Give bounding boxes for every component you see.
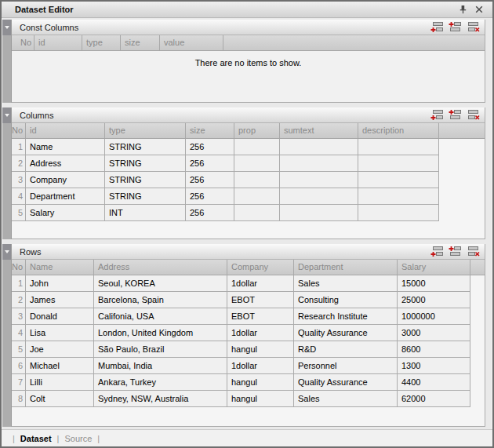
- row-number-cell[interactable]: 5: [12, 341, 26, 358]
- pin-button[interactable]: [456, 4, 469, 16]
- table-cell[interactable]: hangul: [227, 374, 294, 391]
- tab-source[interactable]: Source: [64, 434, 92, 443]
- table-cell[interactable]: EBOT: [227, 292, 294, 308]
- table-cell[interactable]: INT: [105, 205, 186, 221]
- table-cell[interactable]: [358, 172, 439, 188]
- table-cell[interactable]: Joe: [26, 341, 94, 358]
- table-cell[interactable]: Lisa: [26, 325, 94, 341]
- row-number-cell[interactable]: 6: [12, 358, 26, 374]
- table-cell[interactable]: [234, 155, 280, 172]
- table-cell[interactable]: R&D: [294, 341, 398, 358]
- table-cell[interactable]: Quality Assurance: [294, 325, 398, 341]
- table-cell[interactable]: Consulting: [294, 292, 398, 308]
- row-number-cell[interactable]: 2: [12, 292, 26, 308]
- table-cell[interactable]: [234, 139, 280, 155]
- table-cell[interactable]: Barcelona, Spain: [94, 292, 227, 308]
- table-cell[interactable]: 1dollar: [227, 358, 294, 374]
- table-cell[interactable]: James: [26, 292, 94, 308]
- table-cell[interactable]: 256: [186, 139, 234, 155]
- add-row-button[interactable]: [430, 109, 444, 121]
- delete-row-button[interactable]: [467, 21, 480, 33]
- table-cell[interactable]: [358, 155, 439, 172]
- table-cell[interactable]: 25000: [398, 292, 470, 308]
- table-cell[interactable]: Seoul, KOREA: [94, 275, 227, 292]
- collapse-const-columns-button[interactable]: [2, 20, 11, 35]
- table-cell[interactable]: Personnel: [294, 358, 398, 374]
- table-cell[interactable]: 62000: [398, 391, 470, 407]
- table-cell[interactable]: 1000000: [398, 308, 470, 325]
- row-number-cell[interactable]: 8: [12, 391, 26, 407]
- table-cell[interactable]: 256: [186, 205, 234, 221]
- table-cell[interactable]: Address: [26, 155, 105, 172]
- delete-row-button[interactable]: [467, 109, 480, 121]
- table-cell[interactable]: STRING: [105, 139, 186, 155]
- add-row-button[interactable]: [430, 21, 444, 33]
- row-number-cell[interactable]: 3: [12, 172, 26, 188]
- delete-row-button[interactable]: [467, 246, 480, 257]
- table-cell[interactable]: Donald: [26, 308, 94, 325]
- table-cell[interactable]: STRING: [105, 172, 186, 188]
- insert-row-button[interactable]: [449, 109, 462, 121]
- row-number-cell[interactable]: 2: [12, 155, 26, 172]
- table-cell[interactable]: São Paulo, Brazil: [94, 341, 227, 358]
- table-cell[interactable]: John: [26, 275, 94, 292]
- table-cell[interactable]: [358, 205, 439, 221]
- table-cell[interactable]: Mumbai, India: [94, 358, 227, 374]
- table-cell[interactable]: Salary: [26, 205, 105, 221]
- table-cell[interactable]: [280, 139, 358, 155]
- table-cell[interactable]: [280, 188, 358, 205]
- table-cell[interactable]: hangul: [227, 341, 294, 358]
- row-number-cell[interactable]: 7: [12, 374, 26, 391]
- table-cell[interactable]: 1dollar: [227, 275, 294, 292]
- table-cell[interactable]: Ankara, Turkey: [94, 374, 227, 391]
- table-cell[interactable]: EBOT: [227, 308, 294, 325]
- table-cell[interactable]: [234, 188, 280, 205]
- table-cell[interactable]: 1dollar: [227, 325, 294, 341]
- row-number-cell[interactable]: 4: [12, 188, 26, 205]
- row-number-cell[interactable]: 5: [12, 205, 26, 221]
- table-cell[interactable]: [280, 205, 358, 221]
- collapse-columns-button[interactable]: [2, 107, 11, 123]
- row-number-cell[interactable]: 3: [12, 308, 26, 325]
- table-cell[interactable]: hangul: [227, 391, 294, 407]
- table-cell[interactable]: [358, 139, 439, 155]
- table-cell[interactable]: 15000: [398, 275, 470, 292]
- table-cell[interactable]: 8600: [398, 341, 470, 358]
- table-cell[interactable]: STRING: [105, 188, 186, 205]
- table-cell[interactable]: Department: [26, 188, 105, 205]
- table-cell[interactable]: Lilli: [26, 374, 94, 391]
- table-cell[interactable]: [358, 188, 439, 205]
- table-cell[interactable]: Quality Assurance: [294, 374, 398, 391]
- row-number-cell[interactable]: 4: [12, 325, 26, 341]
- tab-dataset[interactable]: Dataset: [20, 434, 52, 443]
- insert-row-button[interactable]: [449, 246, 462, 257]
- table-cell[interactable]: 3000: [398, 325, 470, 341]
- table-cell[interactable]: [234, 172, 280, 188]
- table-cell[interactable]: [280, 155, 358, 172]
- table-cell[interactable]: 1300: [398, 358, 470, 374]
- table-cell[interactable]: London, United Kingdom: [94, 325, 227, 341]
- table-cell[interactable]: Name: [26, 139, 105, 155]
- table-cell[interactable]: Sydney, NSW, Australia: [94, 391, 227, 407]
- table-cell[interactable]: [280, 172, 358, 188]
- table-cell[interactable]: Califonia, USA: [94, 308, 227, 325]
- table-cell[interactable]: [234, 205, 280, 221]
- table-cell[interactable]: 4400: [398, 374, 470, 391]
- table-cell[interactable]: STRING: [105, 155, 186, 172]
- row-number-cell[interactable]: 1: [12, 275, 26, 292]
- column-header-department: Department: [294, 260, 398, 275]
- table-cell[interactable]: 256: [186, 188, 234, 205]
- table-cell[interactable]: Sales: [294, 275, 398, 292]
- table-cell[interactable]: 256: [186, 172, 234, 188]
- table-cell[interactable]: Research Institute: [294, 308, 398, 325]
- table-cell[interactable]: Colt: [26, 391, 94, 407]
- table-cell[interactable]: Company: [26, 172, 105, 188]
- add-row-button[interactable]: [430, 246, 444, 257]
- table-cell[interactable]: 256: [186, 155, 234, 172]
- row-number-cell[interactable]: 1: [12, 139, 26, 155]
- insert-row-button[interactable]: [449, 21, 462, 33]
- close-button[interactable]: [473, 4, 485, 16]
- table-cell[interactable]: Sales: [294, 391, 398, 407]
- collapse-rows-button[interactable]: [2, 244, 11, 260]
- table-cell[interactable]: Michael: [26, 358, 94, 374]
